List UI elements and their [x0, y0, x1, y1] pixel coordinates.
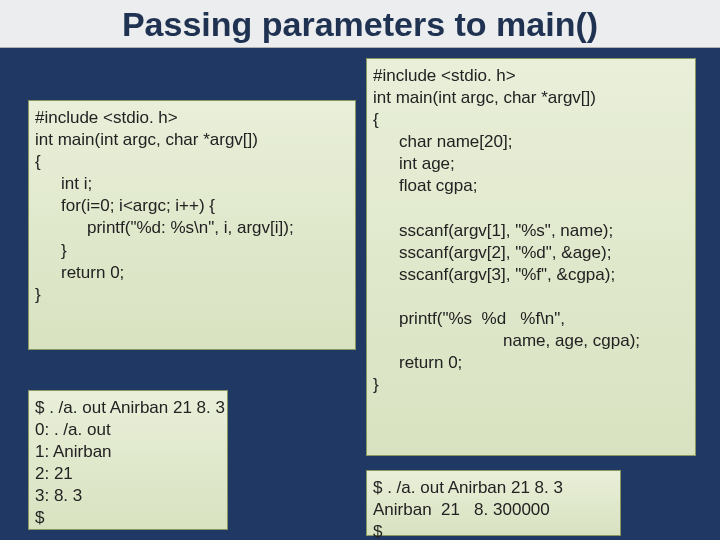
code-line: sscanf(argv[3], "%f", &cgpa); — [373, 264, 687, 286]
code-line: float cgpa; — [373, 175, 687, 197]
code-line: printf("%d: %s\n", i, argv[i]); — [35, 217, 347, 239]
out-line: 1: Anirban — [35, 442, 112, 461]
code-line: int main(int argc, char *argv[]) — [35, 130, 258, 149]
code-line: int age; — [373, 153, 687, 175]
code-line: name, age, cgpa); — [373, 330, 687, 352]
code-line: { — [373, 110, 379, 129]
code-line: sscanf(argv[1], "%s", name); — [373, 220, 687, 242]
blank-line — [373, 287, 378, 306]
code-line: char name[20]; — [373, 131, 687, 153]
code-line: return 0; — [373, 352, 687, 374]
code-line: for(i=0; i<argc; i++) { — [35, 195, 347, 217]
code-line: { — [35, 152, 41, 171]
out-line: $ — [35, 508, 44, 527]
code-line: } — [35, 240, 347, 262]
out-line: Anirban 21 8. 300000 — [373, 500, 550, 519]
out-line: 0: . /a. out — [35, 420, 111, 439]
code-line: } — [35, 285, 41, 304]
right-output-block: $ . /a. out Anirban 21 8. 3 Anirban 21 8… — [366, 470, 621, 536]
left-code-block: #include <stdio. h> int main(int argc, c… — [28, 100, 356, 350]
code-line: int main(int argc, char *argv[]) — [373, 88, 596, 107]
code-line: } — [373, 375, 379, 394]
out-line: 3: 8. 3 — [35, 486, 82, 505]
out-line: 2: 21 — [35, 464, 73, 483]
right-code-block: #include <stdio. h> int main(int argc, c… — [366, 58, 696, 456]
slide-title: Passing parameters to main() — [0, 0, 720, 48]
out-line: $ . /a. out Anirban 21 8. 3 — [35, 398, 225, 417]
blank-line — [373, 199, 378, 218]
out-line: $ . /a. out Anirban 21 8. 3 — [373, 478, 563, 497]
code-line: printf("%s %d %f\n", — [373, 308, 687, 330]
left-output-block: $ . /a. out Anirban 21 8. 3 0: . /a. out… — [28, 390, 228, 530]
code-line: #include <stdio. h> — [35, 108, 178, 127]
code-line: sscanf(argv[2], "%d", &age); — [373, 242, 687, 264]
code-line: #include <stdio. h> — [373, 66, 516, 85]
code-line: return 0; — [35, 262, 347, 284]
out-line: $ — [373, 522, 382, 540]
code-line: int i; — [35, 173, 347, 195]
